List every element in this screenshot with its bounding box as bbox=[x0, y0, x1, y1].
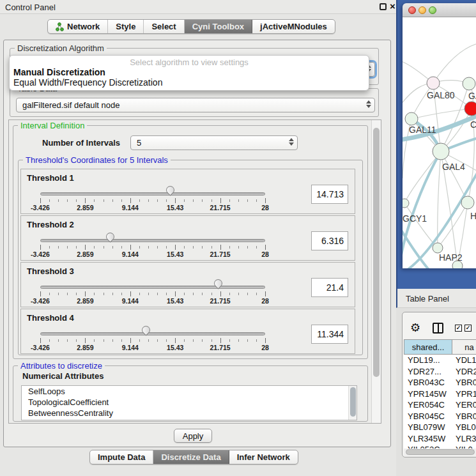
close-icon[interactable]: × bbox=[390, 1, 395, 12]
node-red-selected[interactable] bbox=[464, 102, 476, 116]
tab-select[interactable]: Select bbox=[144, 20, 184, 33]
tick-mark bbox=[184, 293, 185, 295]
table-row[interactable]: YBR045CYBR0 bbox=[404, 411, 476, 422]
tick-mark bbox=[40, 291, 41, 296]
scale-label: 15.43 bbox=[167, 297, 183, 305]
table-row[interactable]: YDR27...YDR2 bbox=[404, 366, 476, 378]
close-traffic-light-icon[interactable] bbox=[408, 6, 416, 14]
checkbox-checked-icon[interactable]: ✓ bbox=[464, 325, 472, 332]
table-cell: YBL079W bbox=[404, 422, 452, 433]
dropdown-option[interactable]: Equal Width/Frequency Discretization bbox=[10, 77, 369, 88]
tab-style[interactable]: Style bbox=[108, 20, 144, 33]
numerical-attributes-list[interactable]: SelfLoopsTopologicalCoefficientBetweenne… bbox=[21, 385, 357, 420]
network-window-titlebar bbox=[403, 3, 476, 17]
interval-definition-title: Interval Definition bbox=[18, 121, 87, 130]
tick-mark bbox=[94, 246, 95, 249]
table-row[interactable]: YER054CYER0 bbox=[404, 399, 476, 411]
node-hap2[interactable] bbox=[433, 243, 443, 253]
table-row[interactable]: YBR043CYBR0 bbox=[404, 377, 476, 388]
tick-mark bbox=[104, 246, 104, 249]
tick-mark bbox=[184, 199, 185, 202]
scale-label: 28 bbox=[261, 204, 269, 211]
attribute-list-item[interactable]: SelfLoops bbox=[22, 386, 357, 397]
threshold-value-field[interactable]: 21.4 bbox=[311, 278, 348, 297]
table-row[interactable]: YPR145WYPR1 bbox=[404, 388, 476, 400]
table-column-header[interactable]: na bbox=[452, 339, 476, 355]
slider-track[interactable] bbox=[40, 192, 265, 196]
tick-mark bbox=[49, 339, 50, 342]
node-gal11[interactable] bbox=[405, 112, 418, 125]
node-ga[interactable] bbox=[463, 77, 475, 90]
tick-mark bbox=[193, 293, 194, 295]
attribute-list-item[interactable]: BetweennessCentrality bbox=[22, 408, 357, 418]
table-horizontal-scrollbar[interactable] bbox=[404, 449, 476, 456]
slider-track[interactable] bbox=[40, 239, 265, 242]
tab-infer-network[interactable]: Infer Network bbox=[229, 450, 298, 464]
tab-impute-data[interactable]: Impute Data bbox=[90, 450, 153, 464]
tab-cyni-toolbox[interactable]: Cyni Toolbox bbox=[185, 20, 252, 33]
slider-ticks bbox=[40, 198, 265, 203]
table-panel-title: Table Panel bbox=[406, 294, 449, 303]
tab-network[interactable]: Network bbox=[48, 20, 108, 33]
threshold-box: Threshold 4-3.4262.8599.14415.4321.71528… bbox=[20, 309, 355, 354]
tick-mark bbox=[76, 293, 77, 295]
network-canvas[interactable]: GAL80GACGAL11GAL4GCY1HHAP2 bbox=[403, 17, 476, 268]
table-row[interactable]: YBL079WYBL0 bbox=[404, 422, 476, 433]
slider-track[interactable] bbox=[40, 286, 265, 289]
thresholds-group-title: Threshold's Coordinates for 5 Intervals bbox=[23, 156, 171, 164]
table-cell: YBR043C bbox=[404, 377, 452, 388]
tick-mark bbox=[112, 246, 113, 249]
node-gal80[interactable] bbox=[427, 77, 440, 89]
tick-mark bbox=[256, 339, 257, 342]
attributes-scrollbar[interactable] bbox=[348, 386, 357, 420]
checkbox-checked-icon[interactable]: ✓ bbox=[455, 325, 462, 332]
tick-mark bbox=[67, 293, 68, 295]
tab-jactivemnodules[interactable]: jActiveMNodules bbox=[252, 20, 335, 33]
tick-mark bbox=[139, 293, 140, 295]
slider-scale: -3.4262.8599.14415.4321.71528 bbox=[40, 297, 265, 305]
tick-mark bbox=[58, 293, 59, 295]
scale-label: 15.43 bbox=[167, 250, 183, 258]
scale-label: 15.43 bbox=[167, 204, 183, 211]
tick-mark bbox=[220, 338, 221, 343]
node-attribute-table[interactable]: shared...na YDL19...YDL1YDR27...YDR2YBR0… bbox=[404, 339, 476, 449]
top-tab-bar: NetworkStyleSelectCyni ToolboxjActiveMNo… bbox=[47, 19, 335, 34]
tab-label: Discretize Data bbox=[161, 452, 220, 462]
minimize-traffic-light-icon[interactable] bbox=[418, 6, 426, 14]
table-row[interactable]: YDL19...YDL1 bbox=[404, 355, 476, 366]
apply-button-label: Apply bbox=[183, 431, 204, 441]
slider-scale: -3.4262.8599.14415.4321.71528 bbox=[40, 204, 265, 211]
tick-mark bbox=[40, 198, 41, 203]
gear-icon[interactable]: ⚙ bbox=[410, 322, 420, 334]
table-data-combo-value: galFiltered.sif default node bbox=[22, 100, 119, 110]
threshold-value-field[interactable]: 6.316 bbox=[311, 231, 348, 250]
table-row[interactable]: YLR345WYLR3 bbox=[404, 433, 476, 445]
float-window-icon[interactable] bbox=[380, 3, 387, 10]
tick-mark bbox=[104, 199, 104, 202]
zoom-traffic-light-icon[interactable] bbox=[429, 6, 436, 14]
table-data-combo[interactable]: galFiltered.sif default node bbox=[16, 98, 375, 112]
slider-track[interactable] bbox=[40, 332, 265, 335]
settings-scroll-area: Interval Definition Number of Intervals … bbox=[8, 119, 381, 424]
table-cell: YDL19... bbox=[404, 355, 452, 366]
split-columns-icon[interactable] bbox=[433, 323, 443, 334]
settings-scrollbar[interactable] bbox=[371, 120, 381, 423]
node-h[interactable] bbox=[461, 196, 474, 209]
tick-mark bbox=[49, 293, 50, 295]
attribute-list-item[interactable]: TopologicalCoefficient bbox=[22, 397, 357, 408]
tick-mark bbox=[202, 293, 203, 295]
tab-discretize-data[interactable]: Discretize Data bbox=[153, 450, 229, 464]
apply-button[interactable]: Apply bbox=[174, 429, 212, 443]
threshold-value-field[interactable]: 11.344 bbox=[311, 325, 348, 344]
tick-mark bbox=[67, 339, 68, 342]
node-gcy1[interactable] bbox=[403, 199, 409, 208]
threshold-value-field[interactable]: 14.713 bbox=[311, 185, 348, 204]
node-gal4[interactable] bbox=[433, 143, 449, 160]
slider-scale: -3.4262.8599.14415.4321.71528 bbox=[40, 250, 265, 258]
table-column-header[interactable]: shared... bbox=[404, 339, 452, 355]
tick-mark bbox=[157, 339, 158, 342]
num-intervals-combo[interactable]: 5 bbox=[130, 135, 298, 150]
tick-mark bbox=[211, 246, 212, 249]
dropdown-option[interactable]: Manual Discretization bbox=[10, 67, 369, 77]
threshold-label: Threshold 2 bbox=[27, 220, 74, 229]
